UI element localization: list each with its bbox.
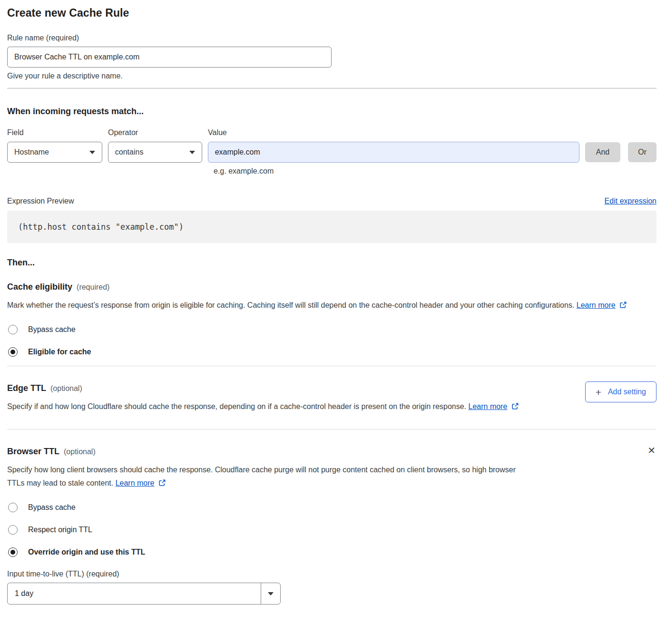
edge-ttl-qualifier: (optional) (50, 384, 82, 393)
radio-label: Bypass cache (28, 325, 76, 334)
or-button[interactable]: Or (628, 142, 656, 162)
plus-icon: + (596, 387, 601, 397)
value-input[interactable] (208, 142, 579, 163)
expression-code-block: (http.host contains "example.com") (7, 211, 656, 243)
match-labels-row: Field Operator Value (7, 128, 656, 137)
cache-eligibility-heading-row: Cache eligibility (required) (7, 282, 656, 292)
edge-ttl-heading-row: Edge TTL (optional) (7, 383, 656, 393)
radio-option-bypass-cache[interactable]: Bypass cache (7, 503, 656, 512)
operator-select-value: contains (115, 148, 144, 156)
ttl-select-arrow[interactable] (261, 583, 280, 604)
close-icon[interactable]: ✕ (647, 446, 656, 455)
page-title: Create new Cache Rule (7, 7, 656, 20)
radio-option-override-origin-ttl[interactable]: Override origin and use this TTL (7, 547, 656, 557)
ttl-input-label: Input time-to-live (TTL) (required) (7, 570, 656, 578)
radio-icon[interactable] (8, 347, 18, 357)
section-divider (7, 366, 656, 366)
external-link-icon (619, 301, 627, 309)
field-select-value: Hostname (14, 148, 49, 156)
learn-more-link[interactable]: Learn more (116, 479, 155, 487)
external-link-icon (158, 479, 166, 487)
operator-select[interactable]: contains (108, 142, 202, 163)
then-heading: Then... (7, 258, 656, 268)
learn-more-link[interactable]: Learn more (577, 301, 616, 309)
and-button[interactable]: And (585, 142, 620, 162)
radio-icon[interactable] (8, 547, 18, 557)
radio-icon[interactable] (8, 325, 18, 334)
chevron-down-icon (89, 151, 95, 154)
rule-name-label: Rule name (required) (7, 34, 656, 42)
cache-eligibility-heading: Cache eligibility (7, 282, 72, 292)
section-divider (7, 88, 656, 88)
browser-ttl-qualifier: (optional) (64, 448, 96, 456)
browser-ttl-heading: Browser TTL (7, 447, 59, 457)
expression-preview-label: Expression Preview (7, 197, 74, 205)
edge-ttl-description-text: Specify if and how long Cloudflare shoul… (7, 402, 466, 410)
add-setting-button[interactable]: + Add setting (585, 381, 656, 402)
edit-expression-link[interactable]: Edit expression (605, 197, 656, 205)
add-setting-label: Add setting (608, 388, 646, 396)
cache-eligibility-qualifier: (required) (77, 283, 109, 292)
operator-label: Operator (108, 128, 208, 137)
radio-label: Respect origin TTL (28, 526, 92, 534)
radio-icon[interactable] (8, 525, 18, 535)
rule-name-helper: Give your rule a descriptive name. (7, 72, 656, 80)
edge-ttl-description: Specify if and how long Cloudflare shoul… (7, 400, 536, 413)
ttl-select[interactable]: 1 day (7, 583, 281, 605)
browser-ttl-description-text: Specify how long client browsers should … (7, 466, 516, 487)
radio-label: Override origin and use this TTL (28, 548, 145, 556)
edge-ttl-section: + Add setting Edge TTL (optional) Specif… (7, 383, 656, 413)
field-select[interactable]: Hostname (7, 142, 102, 163)
external-link-icon (511, 402, 519, 410)
match-controls-row: Hostname contains And Or (7, 142, 656, 163)
edge-ttl-heading: Edge TTL (7, 383, 46, 393)
cache-eligibility-section: Cache eligibility (required) Mark whethe… (7, 282, 656, 357)
browser-ttl-description: Specify how long client browsers should … (7, 463, 529, 490)
learn-more-link[interactable]: Learn more (469, 402, 508, 410)
value-label: Value (208, 128, 227, 137)
radio-label: Eligible for cache (28, 348, 91, 356)
ttl-select-value: 1 day (8, 583, 261, 604)
chevron-down-icon (189, 151, 195, 154)
radio-option-respect-origin-ttl[interactable]: Respect origin TTL (7, 525, 656, 535)
expression-preview-row: Expression Preview Edit expression (7, 197, 656, 205)
browser-ttl-heading-row: Browser TTL (optional) (7, 447, 656, 457)
section-divider (7, 429, 656, 429)
cache-eligibility-description-text: Mark whether the request’s response from… (7, 301, 574, 309)
match-heading: When incoming requests match... (7, 107, 656, 117)
radio-option-bypass-cache[interactable]: Bypass cache (7, 325, 656, 334)
radio-icon[interactable] (8, 503, 18, 512)
cache-eligibility-description: Mark whether the request’s response from… (7, 299, 648, 312)
radio-option-eligible-for-cache[interactable]: Eligible for cache (7, 347, 656, 357)
radio-label: Bypass cache (28, 503, 76, 512)
chevron-down-icon (268, 592, 274, 595)
rule-name-input[interactable] (7, 47, 332, 68)
field-label: Field (7, 128, 108, 137)
value-helper: e.g. example.com (214, 167, 656, 176)
browser-ttl-section: ✕ Browser TTL (optional) Specify how lon… (7, 447, 656, 605)
